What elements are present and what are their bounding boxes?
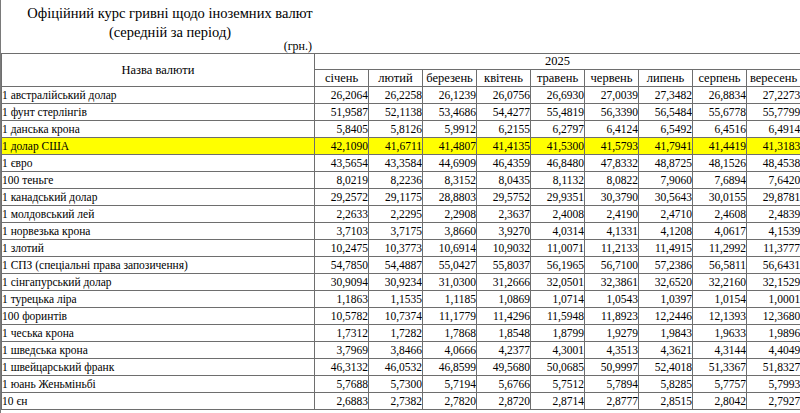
- rate-cell: 32,0501: [531, 274, 585, 291]
- rate-cell: 29,1175: [369, 189, 423, 206]
- month-header: січень: [315, 70, 369, 87]
- table-row: 1 долар США42,109041,671141,480741,41354…: [2, 138, 800, 155]
- rate-cell: 4,4049: [747, 342, 800, 359]
- rate-cell: 5,8126: [369, 121, 423, 138]
- page-title: Офіційний курс гривні щодо іноземних вал…: [1, 4, 339, 23]
- table-row: 1 турецька ліра1,18631,15351,11851,08691…: [2, 291, 800, 308]
- rate-cell: 30,0155: [693, 189, 747, 206]
- table-row: 100 теньге8,02198,22368,31528,04358,1132…: [2, 172, 800, 189]
- rate-cell: 42,1090: [315, 138, 369, 155]
- rate-cell: 49,5680: [477, 359, 531, 376]
- table-row: 1 австралійський долар26,206426,225826,1…: [2, 87, 800, 104]
- rate-cell: 2,6883: [315, 393, 369, 410]
- table-row: 1 юань Женьміньбі5,76885,73005,71945,676…: [2, 376, 800, 393]
- currency-name-cell: 1 злотий: [2, 240, 315, 257]
- currency-name-cell: 1 канадський долар: [2, 189, 315, 206]
- rate-cell: 3,7969: [315, 342, 369, 359]
- rate-cell: 46,8480: [531, 155, 585, 172]
- currency-name-cell: 1 євро: [2, 155, 315, 172]
- rate-cell: 5,7894: [585, 376, 639, 393]
- rate-cell: 2,8515: [639, 393, 693, 410]
- rate-cell: 2,3637: [477, 206, 531, 223]
- rate-cell: 4,0314: [531, 223, 585, 240]
- rate-cell: 6,4914: [747, 121, 800, 138]
- year-header-row: Назва валюти 2025: [2, 54, 800, 70]
- rate-cell: 11,2133: [585, 240, 639, 257]
- rate-cell: 3,9270: [477, 223, 531, 240]
- rate-cell: 50,0685: [531, 359, 585, 376]
- rate-cell: 41,3183: [747, 138, 800, 155]
- rate-cell: 2,2295: [369, 206, 423, 223]
- rate-cell: 54,4887: [369, 257, 423, 274]
- rate-cell: 56,7100: [585, 257, 639, 274]
- rate-cell: 8,1132: [531, 172, 585, 189]
- rate-cell: 1,1863: [315, 291, 369, 308]
- rate-cell: 7,9060: [639, 172, 693, 189]
- rate-cell: 32,6520: [639, 274, 693, 291]
- rate-cell: 1,0869: [477, 291, 531, 308]
- month-header: травень: [531, 70, 585, 87]
- rate-cell: 56,6431: [747, 257, 800, 274]
- rate-cell: 41,6711: [369, 138, 423, 155]
- rate-cell: 54,7850: [315, 257, 369, 274]
- rate-cell: 2,8042: [693, 393, 747, 410]
- rate-cell: 26,2258: [369, 87, 423, 104]
- rate-cell: 11,1779: [423, 308, 477, 325]
- currency-name-cell: 1 шведська крона: [2, 342, 315, 359]
- rate-cell: 6,4516: [693, 121, 747, 138]
- rate-cell: 46,8599: [423, 359, 477, 376]
- rate-cell: 5,8285: [639, 376, 693, 393]
- rate-cell: 10,2475: [315, 240, 369, 257]
- rate-cell: 1,0714: [531, 291, 585, 308]
- rate-cell: 27,2273: [747, 87, 800, 104]
- rate-cell: 56,5484: [639, 104, 693, 121]
- currency-name-cell: 1 фунт стерлінгів: [2, 104, 315, 121]
- rate-cell: 1,0001: [747, 291, 800, 308]
- rate-cell: 4,3001: [531, 342, 585, 359]
- currency-name-cell: 1 юань Женьміньбі: [2, 376, 315, 393]
- rate-cell: 2,2633: [315, 206, 369, 223]
- rate-cell: 1,0154: [693, 291, 747, 308]
- rate-cell: 27,3482: [639, 87, 693, 104]
- rate-cell: 1,0397: [639, 291, 693, 308]
- rate-cell: 8,2236: [369, 172, 423, 189]
- rate-cell: 3,8466: [369, 342, 423, 359]
- rate-cell: 6,5492: [639, 121, 693, 138]
- rate-cell: 6,2797: [531, 121, 585, 138]
- rate-cell: 48,1526: [693, 155, 747, 172]
- rate-cell: 2,2908: [423, 206, 477, 223]
- rate-cell: 1,7282: [369, 325, 423, 342]
- rate-cell: 2,7820: [423, 393, 477, 410]
- rate-cell: 4,1331: [585, 223, 639, 240]
- table-row: 1 швейцарський франк46,313246,053246,859…: [2, 359, 800, 376]
- rate-cell: 41,4419: [693, 138, 747, 155]
- rate-cell: 48,4538: [747, 155, 800, 172]
- table-row: 1 канадський долар29,257229,117528,88032…: [2, 189, 800, 206]
- rate-cell: 32,2160: [693, 274, 747, 291]
- rate-cell: 57,2386: [639, 257, 693, 274]
- rate-cell: 12,2446: [639, 308, 693, 325]
- rate-cell: 55,6778: [693, 104, 747, 121]
- rate-cell: 2,8720: [477, 393, 531, 410]
- rate-cell: 12,1393: [693, 308, 747, 325]
- rate-cell: 5,7300: [369, 376, 423, 393]
- rate-cell: 46,0532: [369, 359, 423, 376]
- rate-cell: 29,2572: [315, 189, 369, 206]
- rate-cell: 48,8725: [639, 155, 693, 172]
- month-header: березень: [423, 70, 477, 87]
- rate-cell: 1,9633: [693, 325, 747, 342]
- rate-cell: 10,9032: [477, 240, 531, 257]
- rate-cell: 3,7175: [369, 223, 423, 240]
- column-header-currency-name: Назва валюти: [2, 54, 315, 87]
- rate-cell: 3,7103: [315, 223, 369, 240]
- month-header: квітень: [477, 70, 531, 87]
- rate-cell: 8,0822: [585, 172, 639, 189]
- rate-cell: 1,1185: [423, 291, 477, 308]
- rate-cell: 56,1965: [531, 257, 585, 274]
- rate-cell: 30,3790: [585, 189, 639, 206]
- rate-cell: 10,6914: [423, 240, 477, 257]
- rate-cell: 30,5643: [639, 189, 693, 206]
- rate-cell: 11,4296: [477, 308, 531, 325]
- rate-cell: 2,7927: [747, 393, 800, 410]
- rate-cell: 31,2666: [477, 274, 531, 291]
